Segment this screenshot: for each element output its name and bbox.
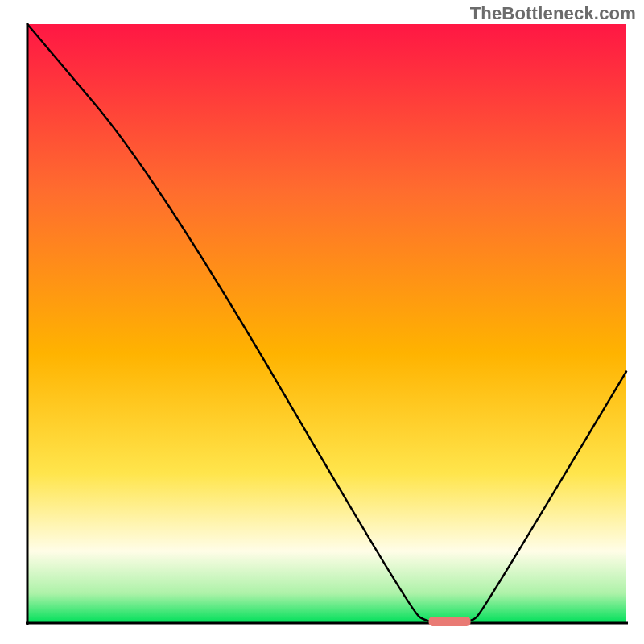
chart-container: TheBottleneck.com: [0, 0, 644, 644]
bottleneck-chart: [0, 0, 644, 644]
plot-gradient-background: [27, 24, 626, 623]
optimal-marker: [429, 617, 471, 626]
watermark-text: TheBottleneck.com: [470, 3, 636, 24]
